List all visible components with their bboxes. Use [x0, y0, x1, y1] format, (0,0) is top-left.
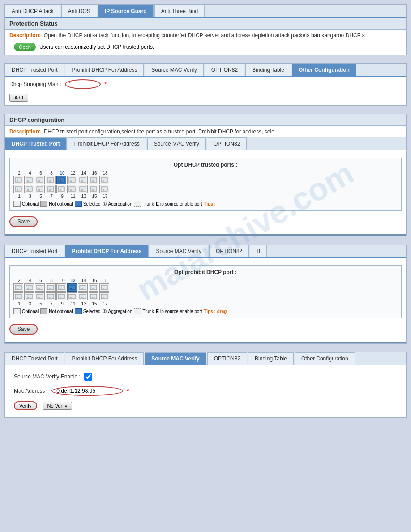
port-2[interactable] — [13, 176, 23, 184]
open-button[interactable]: Open — [14, 43, 36, 51]
port-grid-prohibit: Opt prohibit DHCP port : 2 4 6 8 10 12 1… — [9, 265, 402, 318]
p4-port-18[interactable] — [99, 283, 109, 292]
no-verify-button[interactable]: No Verify — [43, 402, 73, 410]
tab-ip-source-guard[interactable]: IP Source Guard — [98, 5, 154, 17]
tab5-option82[interactable]: OPTION82 — [207, 352, 247, 365]
port-14[interactable] — [78, 176, 88, 184]
tab5-binding-table[interactable]: Binding Table — [248, 352, 294, 365]
dhcp-desc-label: Description: — [9, 129, 41, 135]
section-other-config: DHCP Trusted Port Prohibit DHCP For Addr… — [4, 63, 407, 106]
svg-rect-53 — [103, 288, 104, 289]
save-button-prohibit[interactable]: Save — [9, 324, 38, 335]
port-3[interactable] — [24, 185, 34, 193]
svg-rect-3 — [27, 180, 29, 182]
port-7[interactable] — [46, 185, 56, 193]
tab3-option82[interactable]: OPTION82 — [207, 137, 247, 150]
tab5-source-mac-verify[interactable]: Source MAC Verify — [145, 352, 206, 365]
port-4[interactable] — [24, 176, 34, 184]
p4-legend-trunk-icon — [134, 308, 141, 314]
verify-button[interactable]: Verify — [14, 401, 37, 410]
tab4-prohibit-dhcp[interactable]: Prohibit DHCP For Address — [65, 245, 148, 257]
tab-anti-dos[interactable]: Anti DOS — [61, 5, 97, 17]
p4-port-13[interactable] — [78, 292, 88, 300]
enable-row: Source MAC Verify Enable : — [9, 370, 402, 383]
legend-trunk-text: Trunk — [142, 202, 154, 206]
p4-port-9[interactable] — [56, 292, 66, 300]
p4-port-7[interactable] — [46, 292, 56, 300]
tab-bar-4: DHCP Trusted Port Prohibit DHCP For Addr… — [5, 245, 406, 258]
mac-address-input[interactable] — [51, 386, 123, 396]
legend-ipsource-text: ip source enable port — [160, 202, 202, 206]
p4-port-5[interactable] — [35, 292, 45, 300]
port-15[interactable] — [89, 185, 98, 193]
p4-port-6[interactable] — [35, 283, 45, 292]
tab4-dhcp-trusted[interactable]: DHCP Trusted Port — [5, 245, 64, 257]
port-12[interactable] — [67, 176, 77, 184]
legend-selected-text: Selected — [83, 202, 101, 206]
tab3-dhcp-trusted[interactable]: DHCP Trusted Port — [5, 137, 67, 150]
tab4-source-mac[interactable]: Source MAC Verify — [150, 245, 208, 257]
tab2-source-mac-verify[interactable]: Source MAC Verify — [145, 64, 203, 76]
svg-rect-27 — [60, 189, 61, 191]
port-17[interactable] — [99, 185, 109, 193]
p4-port-12-selected[interactable] — [67, 283, 77, 292]
tab-anti-three-bind[interactable]: Anti Three Bind — [154, 5, 205, 17]
sep-line-4 — [5, 342, 406, 343]
dhcp-config-header: DHCP configuration — [5, 114, 406, 126]
tab2-binding-table[interactable]: Binding Table — [245, 64, 291, 76]
p4n-t18: 18 — [100, 278, 110, 283]
port-10-selected[interactable] — [56, 176, 66, 184]
snooping-vlan-row: Dhcp Snooping Vlan : * — [5, 77, 406, 92]
save-button-trusted[interactable]: Save — [9, 216, 38, 227]
tab4-b[interactable]: B — [250, 245, 267, 257]
pn-t8: 8 — [47, 171, 56, 176]
port-18[interactable] — [99, 176, 109, 184]
p4-port-2[interactable] — [13, 283, 23, 292]
p4-port-11[interactable] — [67, 292, 77, 300]
port-11[interactable] — [67, 185, 77, 193]
p4-port-16[interactable] — [89, 283, 98, 292]
open-text: Users can customizedly set DHCP trusted … — [39, 44, 154, 50]
p4-port-10[interactable] — [56, 283, 66, 292]
port-1[interactable] — [13, 185, 23, 193]
tab2-prohibit-dhcp[interactable]: Prohibit DHCP For Address — [65, 64, 144, 76]
p4-port-14[interactable] — [78, 283, 88, 292]
tab5-prohibit-dhcp[interactable]: Prohibit DHCP For Address — [65, 352, 144, 365]
tab4-option82[interactable]: OPTION82 — [209, 245, 249, 257]
tab3-source-mac[interactable]: Source MAC Verify — [147, 137, 206, 150]
pn-b3: 3 — [25, 194, 35, 199]
tab5-other-config[interactable]: Other Configuration — [295, 352, 355, 365]
port-16[interactable] — [89, 176, 98, 184]
p4-port-8[interactable] — [46, 283, 56, 292]
svg-rect-71 — [103, 297, 104, 298]
tab3-prohibit-dhcp[interactable]: Prohibit DHCP For Address — [68, 137, 146, 150]
tab-bar-5: DHCP Trusted Port Prohibit DHCP For Addr… — [5, 352, 406, 365]
port-9[interactable] — [56, 185, 66, 193]
enable-checkbox[interactable] — [84, 373, 92, 381]
tab-anti-dhcp-attack[interactable]: Anti DHCP Attack — [5, 5, 60, 17]
port-8[interactable] — [46, 176, 56, 184]
p4-port-17[interactable] — [99, 292, 109, 300]
p4-legend-selected-icon — [75, 308, 82, 314]
p4-port-1[interactable] — [13, 292, 23, 300]
p4-port-4[interactable] — [24, 283, 34, 292]
p4n-t16: 16 — [90, 278, 99, 283]
add-button[interactable]: Add — [9, 94, 28, 102]
legend-selected-icon — [75, 201, 82, 207]
pn-b11: 11 — [68, 194, 78, 199]
port-6[interactable] — [35, 176, 45, 184]
p4-port-3[interactable] — [24, 292, 34, 300]
tab2-dhcp-trusted[interactable]: DHCP Trusted Port — [5, 64, 64, 76]
section-dhcp-config: DHCP configuration Description: DHCP tru… — [4, 114, 407, 236]
tab2-option82[interactable]: OPTION82 — [205, 64, 244, 76]
port-5[interactable] — [35, 185, 45, 193]
tab2-other-config[interactable]: Other Configuration — [292, 64, 356, 76]
tab5-dhcp-trusted[interactable]: DHCP Trusted Port — [5, 352, 64, 365]
p4-port-15[interactable] — [89, 292, 98, 300]
dhcp-desc-text: DHCP trusted port configuration,select t… — [44, 129, 274, 135]
svg-rect-19 — [17, 189, 18, 191]
port-13[interactable] — [78, 185, 88, 193]
svg-rect-13 — [81, 180, 83, 182]
snooping-vlan-input[interactable] — [65, 79, 101, 89]
p4n-t8: 8 — [47, 278, 56, 283]
